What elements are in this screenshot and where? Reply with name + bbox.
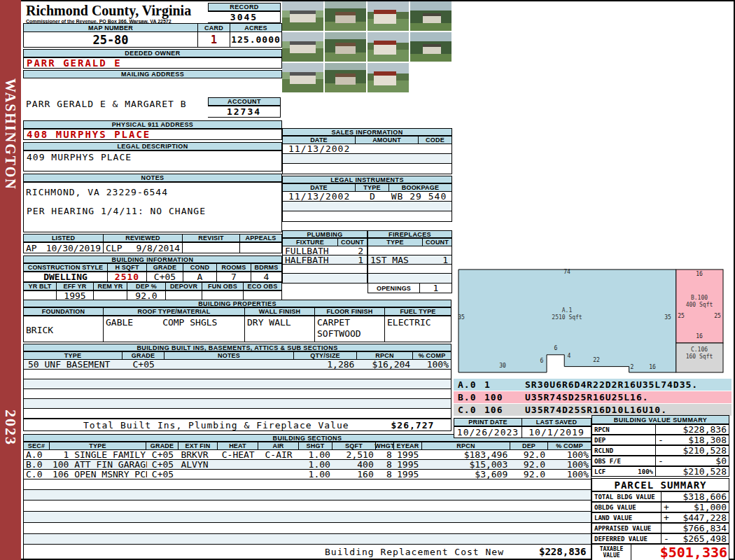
property-photo[interactable] (410, 1, 451, 31)
listed-label: LISTED (23, 234, 104, 242)
legal-instrument-row (283, 202, 451, 211)
property-photo[interactable] (325, 63, 366, 92)
sales-header-row: DATE AMOUNT CODE (282, 136, 452, 144)
building-info-values1: DWELLING 2510 C+05 A 7 4 (23, 272, 282, 282)
revisit-value (183, 242, 240, 253)
value-summary-row: DEP-$18,308 (592, 435, 729, 445)
property-photo[interactable] (368, 1, 409, 31)
legal-instrument-row (283, 211, 451, 221)
replacement-cost-row: Building Replacement Cost New $228,836 (24, 545, 591, 559)
wall-finish-value: DRY WALL (245, 316, 315, 342)
plumbing-label: PLUMBING (282, 230, 368, 238)
property-photo[interactable] (282, 63, 323, 92)
print-date-value: 10/26/2023 (454, 426, 522, 438)
property-photo[interactable] (282, 1, 323, 31)
property-photo[interactable] (410, 32, 451, 62)
building-sketch: 743535306642221616252516A.12510 SqftB.10… (456, 267, 729, 376)
building-section-row: A.0 1 SINGLE FAMILYC+05BRKVRC-HEATC-AIR1… (24, 450, 591, 460)
bedrooms-value: 4 (251, 272, 282, 282)
listed-date: 10/30/2019 (46, 243, 101, 253)
sketch-area-label: A.12510 Sqft (552, 307, 582, 321)
property-photo[interactable] (368, 63, 409, 92)
value-summary-row: RCLND$210,528 (592, 445, 729, 456)
page-title: Richmond County, Virginia (26, 2, 206, 19)
sketch-dimension: 35 (458, 314, 465, 321)
map-number-value: 25-80 (23, 31, 198, 48)
fuel-type-value: ELECTRIC (385, 316, 451, 342)
parcel-summary-row: TOTAL BLDG VALUE$318,606 (592, 491, 729, 502)
card-value: 1 (198, 31, 230, 48)
listed-code: AP (26, 243, 37, 253)
built-ins-header-row: TYPE GRADE NOTES QTY/SIZE RPCN % COMP (23, 351, 451, 360)
heated-sqft-value: 2510 (108, 272, 147, 282)
value-summary-row: LCF100%$210,528 (592, 466, 729, 477)
sketch-dimension: 2 (631, 364, 634, 370)
sketch-code-row: B.0100U35R74SD25R16U25L16. (454, 391, 732, 404)
openings-value: 1 (420, 283, 452, 293)
print-info-header-row: PRINT DATE LAST SAVED (454, 418, 592, 426)
sketch-dimension: 6 (540, 358, 544, 364)
property-photo[interactable] (325, 1, 366, 31)
account-label: ACCOUNT (208, 97, 281, 106)
sketch-dimension: 6 (554, 345, 558, 351)
sales-row (283, 164, 451, 174)
last-saved-value: 10/1/2019 (522, 426, 592, 438)
taxable-value-label: TAXABLE VALUE (592, 544, 631, 560)
sketch-codes: A.01SR30U6R6D4R22D2R16U35L74D35. B.0100U… (454, 379, 732, 416)
visits-header-row: LISTED REVIEWED REVISIT APPEALS (23, 234, 282, 242)
construction-style-value: DWELLING (23, 272, 108, 282)
parcel-summary-row: OBLDG VALUE+$1,000 (592, 502, 729, 512)
fireplaces-header-row: TYPE COUNT (368, 238, 452, 246)
building-properties-header-row: FOUNDATION ROOF TYPE/MATERIAL WALL FINIS… (23, 307, 451, 316)
account-box: ACCOUNT 12734 (208, 97, 281, 118)
sketch-dimension: 16 (696, 271, 703, 277)
building-sections-header-row: SEC# TYPE GRADE EXT FIN HEAT AIR SHGT SQ… (23, 442, 592, 450)
plumbing-header-row: FIXTURE COUNT (282, 238, 368, 246)
property-photo[interactable] (282, 32, 323, 62)
sketch-labels: 743535306642221616252516A.12510 SqftB.10… (456, 267, 729, 376)
reviewed-date: 9/8/2014 (136, 243, 180, 253)
legal-description-label: LEGAL DESCRIPTION (23, 142, 282, 150)
physical-address-label: PHYSICAL 911 ADDRESS (23, 120, 282, 129)
sales-row (283, 154, 451, 164)
deeded-owner-value: PARR GERALD E (23, 57, 282, 69)
cond-value: A (183, 272, 217, 282)
built-ins-table: 50 UNF BASEMENT C+05 1,286 $16,204 100% (23, 360, 451, 419)
sketch-dimension: 4 (568, 353, 571, 359)
sidebar: WASHINGTON 2023 (0, 0, 21, 560)
floor-finish-value: CARPET (317, 317, 350, 328)
parcel-summary: PARCEL SUMMARY TOTAL BLDG VALUE$318,606 … (592, 478, 729, 560)
physical-address-value: 408 MURPHYS PLACE (23, 129, 282, 140)
mailing-address-label: MAILING ADDRESS (23, 70, 282, 78)
built-ins-total-label: Total Built Ins, Plumbing & Fireplace Va… (83, 420, 349, 430)
fireplaces-table: 1ST MAS1 (368, 246, 452, 284)
replacement-cost-value: $228,836 (539, 546, 586, 557)
property-photo[interactable] (325, 32, 366, 62)
reviewed-label: REVIEWED (104, 234, 183, 242)
county-header: Richmond County, Virginia Commissioner o… (26, 2, 206, 24)
openings-row: OPENINGS 1 (368, 283, 452, 293)
parcel-summary-row: APPRAISED VALUE$766,834 (592, 523, 729, 533)
value-summary-row: OBS F/E-$0 (592, 456, 729, 466)
print-info-value-row: 10/26/2023 10/1/2019 (454, 426, 592, 438)
openings-label: OPENINGS (368, 283, 420, 293)
replacement-cost-label: Building Replacement Cost New (325, 547, 504, 557)
built-ins-total-row: Total Built Ins, Plumbing & Fireplace Va… (23, 419, 451, 431)
sketch-dimension: 35 (664, 314, 671, 321)
property-photo[interactable] (368, 32, 409, 62)
legal-description-value: 409 MURPHYS PLACE (23, 150, 282, 172)
revisit-label: REVISIT (183, 234, 240, 242)
visits-value-row: AP10/30/2019 CLP9/8/2014 (23, 242, 282, 253)
sales-table: 11/13/2002 (282, 144, 452, 174)
taxable-value-row: TAXABLE VALUE $501,336 (592, 544, 729, 560)
building-section-row: B.0100 ATT FIN GARAGEC+05ALVYN1.00400819… (24, 460, 591, 470)
sketch-dimension: 30 (499, 363, 506, 369)
property-record-card: WASHINGTON 2023 Richmond County, Virgini… (0, 0, 735, 560)
building-sections-table: A.0 1 SINGLE FAMILYC+05BRKVRC-HEATC-AIR1… (23, 450, 592, 559)
reviewed-code: CLP (106, 243, 122, 253)
fireplaces-label: FIREPLACES (368, 230, 452, 238)
print-date-label: PRINT DATE (454, 418, 522, 426)
legal-instruments-header-row: DATE TYPE BOOKPAGE (282, 183, 452, 192)
building-info-header1: CONSTRUCTION STYLE H SQFT GRADE COND ROO… (23, 263, 282, 272)
notes-label: NOTES (23, 174, 282, 182)
